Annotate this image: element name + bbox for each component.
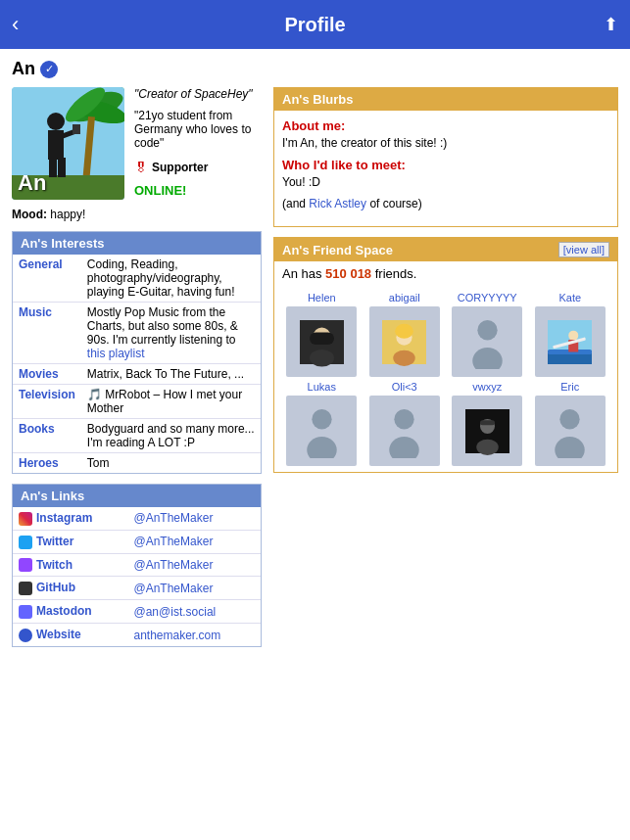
friend-name: Lukas xyxy=(308,381,336,393)
friends-title: An's Friend Space xyxy=(282,243,393,257)
link-row: Websiteanthemaker.com xyxy=(13,624,261,646)
page-title: Profile xyxy=(284,14,345,36)
interests-header: An's Interests xyxy=(13,232,261,255)
verified-icon: ✓ xyxy=(40,61,58,78)
svg-point-30 xyxy=(307,437,336,458)
meet-text: You! :D xyxy=(282,175,609,189)
friend-item[interactable]: Helen xyxy=(282,292,362,377)
view-all-button[interactable]: [view all] xyxy=(558,242,609,257)
friend-name: Oli<3 xyxy=(392,381,417,393)
friend-avatar xyxy=(535,396,606,466)
friend-item[interactable]: Kate xyxy=(531,292,610,377)
online-status: ONLINE! xyxy=(134,183,262,198)
app-header: ‹ Profile ⬆ xyxy=(0,0,630,49)
link-row: Mastodon@an@ist.social xyxy=(13,600,261,624)
svg-rect-11 xyxy=(58,158,66,177)
profile-description: "Creator of SpaceHey" "21yo student from… xyxy=(134,87,262,200)
interest-value: Tom xyxy=(81,453,261,474)
interest-value: Bodyguard and so many more... I'm readin… xyxy=(81,419,261,453)
svg-point-31 xyxy=(395,409,414,429)
username-row: An ✓ xyxy=(12,59,618,79)
interest-row: HeroesTom xyxy=(13,453,261,474)
right-column: An's Blurbs About me: I'm An, the creato… xyxy=(273,87,618,657)
interest-category: Heroes xyxy=(13,453,81,474)
svg-rect-9 xyxy=(73,124,80,134)
friend-item[interactable]: CORYYYYY xyxy=(448,292,527,377)
supporter-badge: 🎖 Supporter xyxy=(134,160,262,175)
playlist-link[interactable]: this playlist xyxy=(87,347,145,360)
link-handle[interactable]: @AnTheMaker xyxy=(128,530,262,553)
username: An xyxy=(12,59,35,79)
friends-count-pre: An has xyxy=(282,266,325,281)
link-row: Twitter@AnTheMaker xyxy=(13,530,261,553)
friends-count-number: 510 018 xyxy=(325,266,371,281)
github-icon xyxy=(19,582,32,595)
link-row: Instagram@AnTheMaker xyxy=(13,507,261,530)
link-platform: Instagram xyxy=(13,507,128,530)
mood-label: Mood: xyxy=(12,208,47,221)
interest-row: GeneralCoding, Reading, photography/vide… xyxy=(13,255,261,303)
mastodon-icon xyxy=(19,605,32,619)
svg-point-15 xyxy=(310,350,334,367)
friends-grid: Helen abigail CORYYYYY Kate Lukas Oli<3 … xyxy=(274,286,617,472)
interest-category: Television xyxy=(13,385,81,419)
profile-image-label: An xyxy=(18,170,46,196)
friends-header: An's Friend Space [view all] xyxy=(274,238,617,261)
friend-avatar xyxy=(369,396,440,466)
link-handle[interactable]: @AnTheMaker xyxy=(128,577,262,600)
main-columns: An "Creator of SpaceHey" "21yo student f… xyxy=(12,87,618,657)
about-me-text: I'm An, the creator of this site! :) xyxy=(282,136,609,150)
svg-point-29 xyxy=(312,409,331,429)
profile-image: An xyxy=(12,87,124,200)
friend-avatar xyxy=(286,306,357,377)
friend-name: abigail xyxy=(389,292,420,303)
svg-rect-36 xyxy=(480,420,495,425)
svg-point-21 xyxy=(477,320,497,340)
link-handle[interactable]: @AnTheMaker xyxy=(128,553,262,577)
svg-point-20 xyxy=(394,350,416,365)
friend-item[interactable]: Lukas xyxy=(282,381,362,466)
svg-point-22 xyxy=(472,348,502,369)
friend-item[interactable]: abigail xyxy=(365,292,445,377)
friends-section: An's Friend Space [view all] An has 510 … xyxy=(273,237,618,473)
svg-point-37 xyxy=(560,409,580,429)
meet-sub: (and Rick Astley of course) xyxy=(282,197,609,210)
link-platform: Mastodon xyxy=(13,600,128,624)
friend-name: vwxyz xyxy=(472,381,502,393)
svg-point-32 xyxy=(390,437,419,458)
profile-quote: "Creator of SpaceHey" xyxy=(134,87,262,101)
link-platform: GitHub xyxy=(13,577,128,600)
friends-count-post: friends. xyxy=(371,266,416,281)
interest-category: General xyxy=(13,255,81,303)
instagram-icon xyxy=(19,512,32,526)
link-platform: Twitch xyxy=(13,553,128,577)
interest-category: Books xyxy=(13,419,81,453)
friend-item[interactable]: Oli<3 xyxy=(365,381,445,466)
interest-row: MoviesMatrix, Back To The Future, ... xyxy=(13,364,261,385)
svg-point-38 xyxy=(556,437,585,458)
friend-avatar xyxy=(286,396,357,466)
interest-row: MusicMostly Pop Music from the Charts, b… xyxy=(13,303,261,364)
interests-section: An's Interests GeneralCoding, Reading, p… xyxy=(12,231,262,474)
links-header: An's Links xyxy=(13,485,261,507)
share-button[interactable]: ⬆ xyxy=(604,14,618,35)
link-platform: Twitter xyxy=(13,530,128,553)
profile-card-top: An "Creator of SpaceHey" "21yo student f… xyxy=(12,87,262,200)
back-button[interactable]: ‹ xyxy=(12,12,19,37)
link-handle[interactable]: anthemaker.com xyxy=(128,624,262,646)
friend-item[interactable]: vwxyz xyxy=(448,381,527,466)
page-content: An ✓ xyxy=(0,49,630,840)
twitter-icon xyxy=(19,536,32,549)
svg-point-35 xyxy=(476,439,499,454)
link-handle[interactable]: @AnTheMaker xyxy=(128,507,262,530)
supporter-text: Supporter xyxy=(152,161,208,174)
friend-avatar xyxy=(535,306,606,377)
friend-item[interactable]: Eric xyxy=(531,381,610,466)
rick-astley-link[interactable]: Rick Astley xyxy=(309,197,366,210)
interest-category: Movies xyxy=(13,364,81,385)
mood-row: Mood: happy! xyxy=(12,208,262,221)
friend-avatar xyxy=(369,306,440,377)
interest-category: Music xyxy=(13,303,81,364)
link-handle[interactable]: @an@ist.social xyxy=(128,600,262,624)
interest-row: BooksBodyguard and so many more... I'm r… xyxy=(13,419,261,453)
